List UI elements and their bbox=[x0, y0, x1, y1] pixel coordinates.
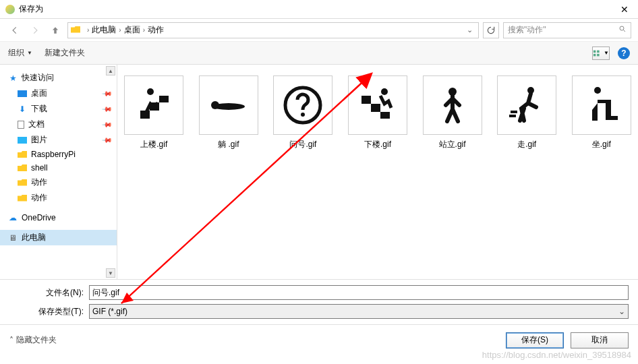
sidebar-item-folder[interactable]: shell bbox=[0, 161, 117, 175]
svg-point-10 bbox=[381, 88, 388, 95]
filename-input[interactable] bbox=[89, 285, 629, 300]
chevron-right-icon: › bbox=[116, 26, 123, 34]
file-item[interactable]: 上楼.gif bbox=[124, 75, 184, 150]
close-button[interactable]: ✕ bbox=[616, 4, 633, 15]
folder-icon bbox=[18, 178, 27, 187]
chevron-down-icon[interactable]: ⌄ bbox=[464, 26, 475, 34]
thumbnail bbox=[124, 75, 183, 135]
sidebar-onedrive[interactable]: ☁OneDrive bbox=[0, 211, 117, 224]
folder-icon bbox=[18, 163, 27, 173]
file-item[interactable]: 下楼.gif bbox=[348, 75, 408, 150]
desktop-icon bbox=[18, 90, 27, 97]
breadcrumb[interactable]: 桌面 bbox=[124, 24, 140, 36]
sidebar-item-downloads[interactable]: ⬇下载📌 bbox=[0, 101, 117, 117]
thumbnail bbox=[199, 75, 258, 135]
svg-point-13 bbox=[594, 87, 601, 94]
window-title: 保存为 bbox=[19, 3, 616, 15]
svg-point-0 bbox=[620, 26, 624, 30]
sidebar-item-folder[interactable]: 动作 bbox=[0, 175, 117, 190]
file-item[interactable]: 坐.gif bbox=[571, 75, 631, 150]
sidebar: ★ 快速访问 桌面📌 ⬇下载📌 文档📌 图片📌 RaspberryPi shel… bbox=[0, 65, 117, 279]
svg-rect-3 bbox=[593, 53, 596, 56]
sidebar-item-desktop[interactable]: 桌面📌 bbox=[0, 86, 117, 101]
sidebar-item-pictures[interactable]: 图片📌 bbox=[0, 132, 117, 148]
pin-icon: 📌 bbox=[102, 119, 113, 129]
new-folder-button[interactable]: 新建文件夹 bbox=[45, 47, 85, 59]
file-label: 躺 .gif bbox=[199, 139, 259, 150]
file-item[interactable]: 走.gif bbox=[497, 75, 557, 150]
sidebar-label: 此电脑 bbox=[22, 232, 46, 243]
sidebar-label: 快速访问 bbox=[22, 72, 54, 84]
folder-icon bbox=[71, 26, 82, 35]
sidebar-item-documents[interactable]: 文档📌 bbox=[0, 117, 117, 132]
toolbar: 组织▼ 新建文件夹 ▼ ? bbox=[0, 42, 638, 65]
thumbnail bbox=[273, 75, 332, 135]
filename-label: 文件名(N): bbox=[9, 287, 86, 299]
up-button[interactable] bbox=[47, 22, 63, 38]
download-icon: ⬇ bbox=[18, 104, 27, 114]
file-label: 问号.gif bbox=[273, 139, 333, 150]
chevron-right-icon: › bbox=[84, 26, 92, 34]
filetype-label: 保存类型(T): bbox=[9, 306, 86, 317]
address-bar[interactable]: › 此电脑 › 桌面 › 动作 ⌄ bbox=[67, 22, 479, 38]
sidebar-item-label: 图片 bbox=[31, 134, 47, 146]
search-input[interactable]: 搜索"动作" bbox=[503, 22, 631, 38]
search-icon bbox=[618, 25, 627, 35]
pin-icon: 📌 bbox=[102, 88, 113, 98]
thumbnail bbox=[572, 75, 631, 135]
bottom-fields: 文件名(N): 保存类型(T): GIF (*.gif) ⌄ bbox=[0, 279, 638, 324]
svg-point-9 bbox=[301, 113, 305, 117]
star-icon: ★ bbox=[8, 73, 18, 83]
file-item[interactable]: 站立.gif bbox=[422, 75, 482, 150]
save-button[interactable]: 保存(S) bbox=[506, 332, 564, 348]
sidebar-this-pc[interactable]: 🖥此电脑 bbox=[0, 230, 117, 245]
sidebar-item-label: 下载 bbox=[31, 103, 47, 115]
file-label: 坐.gif bbox=[571, 139, 631, 150]
cloud-icon: ☁ bbox=[8, 213, 18, 222]
pin-icon: 📌 bbox=[102, 103, 113, 114]
sidebar-item-folder[interactable]: 动作 bbox=[0, 190, 117, 206]
sidebar-item-label: shell bbox=[31, 163, 48, 173]
breadcrumb[interactable]: 动作 bbox=[148, 24, 164, 36]
svg-rect-1 bbox=[593, 50, 596, 53]
hide-folders-button[interactable]: ˄隐藏文件夹 bbox=[9, 334, 57, 346]
sidebar-item-folder[interactable]: RaspberryPi bbox=[0, 148, 117, 161]
sidebar-item-label: 动作 bbox=[31, 192, 47, 204]
chevron-up-icon: ˄ bbox=[9, 336, 13, 345]
thumbnail bbox=[423, 75, 482, 135]
cancel-button[interactable]: 取消 bbox=[571, 332, 629, 348]
svg-point-7 bbox=[211, 101, 219, 109]
scroll-up-button[interactable]: ▲ bbox=[106, 66, 115, 75]
titlebar: 保存为 ✕ bbox=[0, 0, 638, 19]
svg-rect-4 bbox=[597, 53, 600, 56]
sidebar-label: OneDrive bbox=[22, 213, 56, 222]
filetype-combo[interactable]: GIF (*.gif) ⌄ bbox=[89, 304, 629, 319]
file-item[interactable]: 躺 .gif bbox=[199, 75, 259, 150]
thumbnail bbox=[348, 75, 407, 135]
organize-button[interactable]: 组织▼ bbox=[8, 47, 32, 59]
chevron-down-icon: ⌄ bbox=[618, 307, 625, 316]
refresh-button[interactable] bbox=[483, 22, 499, 38]
forward-button[interactable] bbox=[27, 22, 43, 38]
nav-bar: › 此电脑 › 桌面 › 动作 ⌄ 搜索"动作" bbox=[0, 19, 638, 42]
sidebar-item-label: RaspberryPi bbox=[31, 150, 76, 159]
app-icon bbox=[5, 5, 15, 14]
watermark: https://blog.csdn.net/weixin_39518984 bbox=[482, 350, 631, 360]
sidebar-item-label: 桌面 bbox=[31, 88, 47, 99]
svg-rect-2 bbox=[597, 50, 600, 53]
file-label: 站立.gif bbox=[422, 139, 482, 150]
back-button[interactable] bbox=[7, 22, 23, 38]
file-label: 下楼.gif bbox=[348, 139, 408, 150]
chevron-right-icon: › bbox=[140, 26, 148, 34]
view-options-button[interactable]: ▼ bbox=[592, 47, 610, 60]
pin-icon: 📌 bbox=[102, 134, 113, 145]
doc-icon bbox=[18, 121, 24, 129]
scroll-down-button[interactable]: ▼ bbox=[106, 268, 115, 278]
folder-icon bbox=[18, 193, 27, 203]
sidebar-item-label: 文档 bbox=[28, 119, 45, 130]
file-item[interactable]: 问号.gif bbox=[273, 75, 333, 150]
file-label: 上楼.gif bbox=[124, 139, 184, 150]
sidebar-quick-access[interactable]: ★ 快速访问 bbox=[0, 70, 117, 86]
help-button[interactable]: ? bbox=[618, 47, 630, 59]
breadcrumb[interactable]: 此电脑 bbox=[92, 24, 116, 36]
